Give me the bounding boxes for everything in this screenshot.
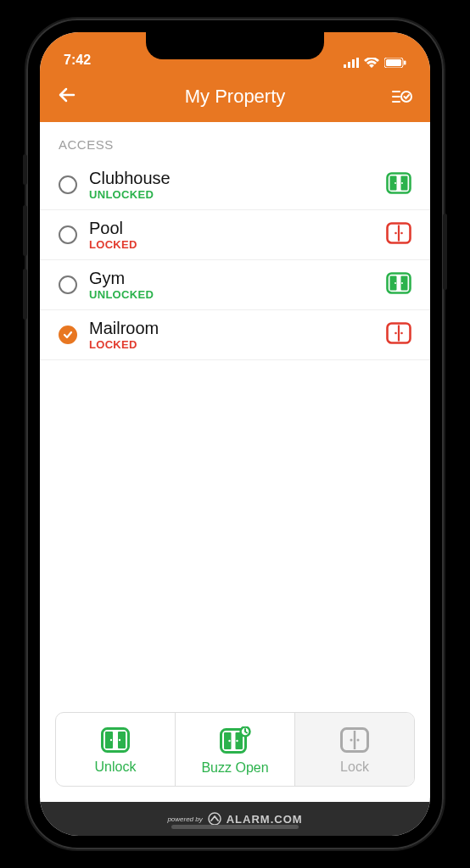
svg-point-14 [394,182,396,184]
svg-point-19 [400,232,403,235]
svg-point-43 [357,739,360,742]
item-status: LOCKED [89,338,374,351]
item-name: Clubhouse [89,169,374,188]
arrow-left-icon [57,85,77,105]
alarm-logo-icon [208,812,221,826]
door-locked-icon [386,322,411,344]
svg-point-27 [394,332,397,335]
check-icon [62,329,74,341]
action-bar: Unlock Buzz Open Lock [55,712,415,787]
svg-point-37 [228,740,230,742]
door-locked-icon [386,222,411,244]
brand-label: ALARM.COM [227,813,303,826]
status-icons [344,58,406,68]
radio-unselected[interactable] [59,225,77,244]
item-status: UNLOCKED [89,188,374,201]
section-label: ACCESS [40,122,430,160]
door-open-icon [101,727,130,753]
footer: powered by ALARM.COM [40,802,430,836]
page-title: My Property [84,86,386,108]
list-item[interactable]: PoolLOCKED [40,210,430,260]
phone-side-button [23,269,27,320]
signal-icon [344,58,359,68]
svg-rect-3 [356,58,359,68]
item-status: UNLOCKED [89,288,374,301]
list-item[interactable]: MailroomLOCKED [40,310,430,360]
list-item[interactable]: GymUNLOCKED [40,260,430,310]
svg-point-33 [119,739,120,741]
door-state-icon[interactable] [386,172,411,198]
screen: 7:42 My Property ACCESS ClubhouseUNLOCKE… [40,32,430,836]
svg-rect-1 [348,62,350,68]
list-item[interactable]: ClubhouseUNLOCKED [40,160,430,210]
header-action-button[interactable] [386,88,413,105]
svg-point-42 [350,739,353,742]
svg-point-23 [394,282,396,284]
door-unlocked-icon [386,172,411,194]
svg-point-15 [401,182,403,184]
svg-rect-6 [404,61,406,65]
svg-point-38 [236,740,238,742]
door-state-icon[interactable] [386,222,411,248]
phone-side-button [23,205,27,256]
phone-side-button [23,154,27,185]
home-indicator[interactable] [171,825,299,829]
buzz-open-button[interactable]: Buzz Open [175,713,294,786]
radio-unselected[interactable] [59,175,77,194]
door-buzz-icon [218,726,252,754]
powered-by-label: powered by [167,815,202,823]
item-name: Mailroom [89,319,374,338]
svg-point-24 [401,282,403,284]
svg-point-28 [400,332,403,335]
phone-notch [146,32,324,59]
phone-side-button [443,214,447,290]
door-closed-icon [340,727,369,753]
door-unlocked-icon [386,272,411,294]
list-check-icon [391,88,413,105]
lock-label: Lock [340,760,369,775]
unlock-label: Unlock [95,760,137,775]
header: My Property [40,71,430,122]
item-status: LOCKED [89,238,374,251]
door-state-icon[interactable] [386,322,411,348]
access-list: ClubhouseUNLOCKEDPoolLOCKEDGymUNLOCKEDMa… [40,160,430,712]
wifi-icon [364,58,379,68]
svg-rect-5 [386,59,401,66]
status-time: 7:42 [64,53,91,68]
radio-selected[interactable] [59,326,77,344]
svg-point-32 [110,739,112,741]
item-name: Gym [89,269,374,288]
back-button[interactable] [57,85,84,108]
unlock-button[interactable]: Unlock [56,713,175,786]
radio-unselected[interactable] [59,275,77,294]
phone-frame: 7:42 My Property ACCESS ClubhouseUNLOCKE… [26,19,444,849]
svg-point-44 [209,813,221,825]
svg-rect-0 [344,64,346,68]
item-name: Pool [89,219,374,238]
buzz-open-label: Buzz Open [201,760,268,776]
svg-point-18 [394,232,397,235]
battery-icon [384,58,406,68]
lock-button[interactable]: Lock [294,713,414,786]
door-state-icon[interactable] [386,272,411,298]
svg-rect-2 [352,59,355,68]
